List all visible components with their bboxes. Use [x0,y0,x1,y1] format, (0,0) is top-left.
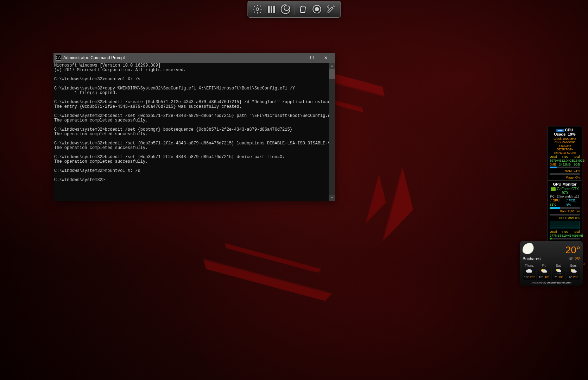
today-hi: 25° [575,257,580,261]
intel-badge-icon: intel [556,129,564,132]
mem-total: 15.9GB [574,159,585,162]
terminal-body[interactable]: Microsoft Windows [Version 10.0.16299.30… [53,63,335,201]
window-titlebar[interactable]: C:\ Administrator: Command Prompt ─ ☐ ✕ [53,53,335,63]
swap-total: 2GB [574,163,580,166]
scroll-up-button[interactable]: ▲ [329,63,335,69]
dock-swirl-icon[interactable] [279,2,292,16]
top-dock [247,1,341,18]
gpu-used-label: Used [550,230,557,233]
swap-free: 2432MB [559,163,571,166]
cpu-clock: Clock:1000MHz [550,137,580,141]
day-label: Thurs. [523,264,536,267]
gpu-load-label: GPU Load [559,216,574,220]
today-lo: 10° [568,257,574,261]
svg-rect-1 [268,6,270,13]
mem-free: 12.04GB [562,159,574,162]
svg-rect-2 [271,6,272,13]
ram-bar [550,167,580,168]
pcb-label: t° PCB: [566,199,576,202]
page-label: Page [566,176,574,179]
svg-point-5 [315,7,318,11]
gpu-temp-label: t° GPU: [550,199,561,202]
minimize-button[interactable]: ─ [291,53,305,63]
dock-settings-icon[interactable] [251,2,264,16]
forecast-day[interactable]: Sat. 7°19° [552,263,566,280]
gpu-mem-used: 277MB [550,234,560,237]
ram-pct: 24% [574,169,580,173]
gpu-history-graph [550,221,580,229]
mem-used: 3979MB [550,159,562,162]
day-label: Fri. [538,264,551,267]
cpu-host: DESKTOP-EMN2GF5\Alex [550,148,580,155]
gpu-free-label: Free [562,230,569,233]
sun-cloud-rain-icon [555,268,563,274]
gpu-fan-bar [550,207,580,209]
forecast-day[interactable]: Fri. 10°18° [537,263,551,280]
gpu-mem-total: 4096MB [571,234,583,237]
svg-point-0 [256,8,259,11]
page-pct: 0% [575,176,580,179]
gpu-load-bar [550,214,580,216]
gpu-model: GeForce GTX 970 [557,187,578,195]
label-used: Used [550,155,557,158]
cloud-icon [525,268,533,274]
cpu-model: Core i5-6600K 3.50GHz [550,141,580,148]
close-button[interactable]: ✕ [319,53,333,63]
gpu-load-value: 0% [575,216,580,220]
ram-label: RAM [565,169,572,173]
nvidia-badge-icon [551,187,556,191]
swap-used: 0MB [550,163,556,166]
dock-recycle-bin-icon[interactable] [296,2,309,16]
scroll-thumb[interactable] [329,69,335,79]
day-label: Sat. [552,264,565,267]
maximize-button[interactable]: ☐ [305,53,319,63]
svg-rect-3 [273,6,275,13]
gpu-temp: 33°C [550,203,557,206]
dock-speaker-icon[interactable] [310,2,323,16]
gpu-total-label: Total [573,230,580,233]
scrollbar[interactable]: ▲ ▼ [329,63,335,201]
dock-columns-icon[interactable] [265,2,278,16]
day-label: Sun. [567,264,580,267]
vmem-bar [550,238,580,239]
fan-label: Fan [560,210,566,213]
command-prompt-window: C:\ Administrator: Command Prompt ─ ☐ ✕ … [53,53,335,201]
terminal-output: Microsoft Windows [Version 10.0.16299.30… [53,63,329,201]
page-bar [550,173,580,175]
dock-tools-icon[interactable] [324,2,337,16]
forecast-day[interactable]: Sun. 6°20° [567,263,580,280]
cmd-icon: C:\ [56,55,61,61]
gpu-pcie: PCI-E link width: x16 [550,195,580,198]
scroll-track[interactable] [329,69,335,195]
weather-city: Bucharest [523,256,542,261]
forecast-day[interactable]: Thurs. 10°25° [523,263,536,280]
sun-cloud-icon [569,268,578,274]
label-free: Free [562,155,569,158]
cpu-usage-value: 19% [568,132,576,136]
moon-icon [523,243,537,257]
sun-cloud-icon [540,268,548,274]
pcb-val: N/A [566,203,571,206]
dock-separator [294,3,294,15]
gpu-mem-free: 3819MB [560,234,572,237]
weather-gadget[interactable]: 20° Bucharest 10°25° Thurs. 10°25° Fri. … [520,241,583,286]
label-total: Total [573,155,580,158]
scroll-down-button[interactable]: ▼ [329,195,335,201]
window-title: Administrator: Command Prompt [63,55,291,60]
fan-value: 1185rpm [567,210,580,213]
current-temp: 20° [565,244,580,256]
gpu-title: GPU Monitor [550,182,580,186]
forecast-row: Thurs. 10°25° Fri. 10°18° Sat. 7°19° Sun… [523,263,580,280]
weather-footer: Powered by AccuWeather.com [523,281,580,284]
